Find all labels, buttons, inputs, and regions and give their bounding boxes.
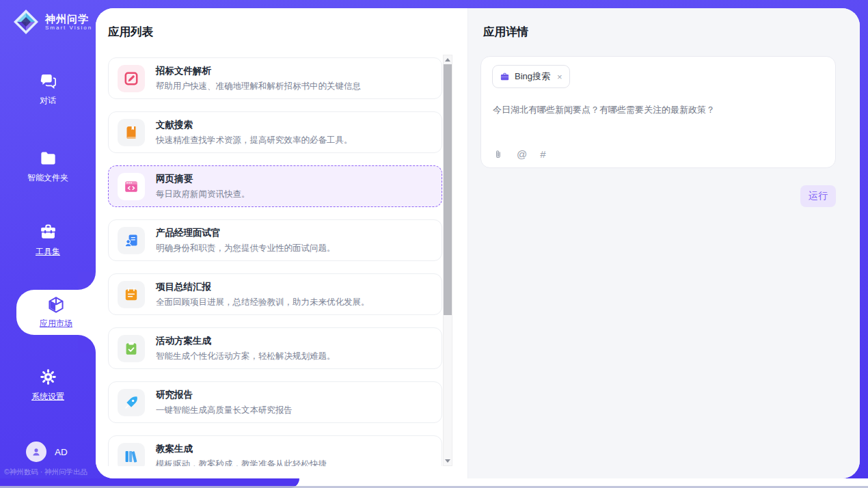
- report-note-icon: [123, 286, 139, 303]
- app-card-lesson-plan[interactable]: 教案生成 模板驱动，教案秒成，教学准备从此轻松快捷: [108, 435, 442, 466]
- app-description: 模板驱动，教案秒成，教学准备从此轻松快捷: [156, 459, 327, 467]
- app-name: 产品经理面试官: [156, 227, 336, 239]
- tool-tag-label: Bing搜索: [515, 70, 550, 83]
- app-icon-tile: [118, 443, 145, 467]
- app-description: 一键智能生成高质量长文本研究报告: [156, 405, 293, 416]
- sidebar-item-label: 对话: [40, 95, 56, 107]
- app-card-activity-plan[interactable]: 活动方案生成 智能生成个性化活动方案，轻松解决规划难题。: [108, 327, 442, 369]
- user-name: AD: [55, 447, 68, 457]
- app-card-project-summary[interactable]: 项目总结汇报 全面回顾项目进展，总结经验教训，助力未来优化发展。: [108, 273, 442, 315]
- app-description: 每日政府新闻资讯快查。: [156, 189, 250, 200]
- document-edit-icon: [123, 70, 139, 87]
- brand-logo: 神州问学 Smart Vision: [12, 8, 92, 36]
- sidebar-item-label: 系统设置: [31, 391, 64, 403]
- copyright-footer: ©神州数码 · 神州问学出品: [4, 467, 96, 477]
- tool-tag-bing-search[interactable]: Bing搜索 ×: [492, 65, 570, 88]
- scroll-down-icon[interactable]: [444, 457, 452, 465]
- app-name: 研究报告: [156, 389, 293, 401]
- gear-icon: [39, 368, 57, 386]
- app-list: 招标文件解析 帮助用户快速、准确地理解和解析招标书中的关键信息 文献搜索 快速精…: [108, 55, 442, 466]
- prompt-toolbar: @ #: [493, 148, 546, 160]
- app-description: 智能生成个性化活动方案，轻松解决规划难题。: [156, 351, 336, 362]
- scrollbar-thumb[interactable]: [444, 64, 452, 315]
- app-icon-tile: [118, 389, 145, 416]
- hash-icon[interactable]: #: [540, 148, 545, 160]
- mention-icon[interactable]: @: [517, 148, 527, 160]
- tool-tag-close-icon[interactable]: ×: [557, 72, 562, 81]
- app-name: 招标文件解析: [156, 65, 361, 77]
- brand-subtitle: Smart Vision: [45, 25, 92, 31]
- app-name: 教案生成: [156, 443, 327, 455]
- toolbox-icon: [39, 223, 57, 241]
- sidebar-item-label: 智能文件夹: [27, 172, 68, 184]
- interviewer-icon: [123, 232, 139, 249]
- sidebar-item-settings[interactable]: 系统设置: [0, 368, 96, 403]
- cube-icon: [46, 295, 66, 314]
- prompt-card: Bing搜索 × 今日湖北有哪些新闻要点？有哪些需要关注的最新政策？ @ #: [480, 56, 836, 168]
- avatar: [26, 442, 46, 462]
- app-detail-panel: 应用详情 Bing搜索 × 今日湖北有哪些新闻要点？有哪些需要关注的最新政策？ …: [467, 8, 860, 478]
- app-icon-tile: [118, 335, 145, 362]
- app-name: 网页摘要: [156, 173, 250, 185]
- app-name: 项目总结汇报: [156, 281, 370, 293]
- clipboard-check-icon: [123, 340, 139, 357]
- question-input[interactable]: 今日湖北有哪些新闻要点？有哪些需要关注的最新政策？: [493, 104, 824, 116]
- app-list-panel: 应用列表 招标文件解析 帮助用户快速、准确地理解和解析招标书中的关键信息: [96, 8, 467, 478]
- sidebar-item-chat[interactable]: 对话: [0, 72, 96, 107]
- books-icon: [123, 448, 139, 465]
- sidebar-item-toolset[interactable]: 工具集: [0, 223, 96, 258]
- scrollbar[interactable]: [443, 55, 452, 466]
- app-name: 活动方案生成: [156, 335, 336, 347]
- pill-curve-top: [78, 272, 96, 290]
- app-card-pm-interviewer[interactable]: 产品经理面试官 明确身份和职责，为您提供专业性的面试问题。: [108, 219, 442, 261]
- diamond-logo-icon: [12, 8, 40, 36]
- app-description: 明确身份和职责，为您提供专业性的面试问题。: [156, 243, 336, 254]
- chat-icon: [39, 72, 57, 90]
- app-icon-tile: [118, 65, 145, 92]
- app-description: 快速精准查找学术资源，提高研究效率的必备工具。: [156, 135, 353, 146]
- user-account[interactable]: AD: [26, 442, 68, 462]
- app-card-bid-document-analysis[interactable]: 招标文件解析 帮助用户快速、准确地理解和解析招标书中的关键信息: [108, 57, 442, 99]
- app-detail-title: 应用详情: [483, 25, 528, 40]
- app-icon-tile: [118, 227, 145, 254]
- run-button[interactable]: 运行: [800, 185, 836, 207]
- sidebar-item-app-market[interactable]: 应用市场: [16, 290, 96, 335]
- sidebar-item-label: 应用市场: [40, 318, 72, 329]
- book-icon: [123, 124, 139, 141]
- sidebar-item-smart-folder[interactable]: 智能文件夹: [0, 149, 96, 184]
- app-description: 全面回顾项目进展，总结经验教训，助力未来优化发展。: [156, 297, 370, 308]
- brand-name: 神州问学: [45, 13, 92, 25]
- sidebar: 神州问学 Smart Vision 对话 智能文件夹 工具集: [0, 0, 96, 488]
- briefcase-icon: [500, 72, 510, 82]
- app-icon-tile: [118, 281, 145, 308]
- scroll-up-icon[interactable]: [444, 55, 452, 64]
- sidebar-item-label: 工具集: [36, 246, 60, 258]
- app-card-research-report[interactable]: 研究报告 一键智能生成高质量长文本研究报告: [108, 381, 442, 423]
- app-icon-tile: [118, 119, 145, 146]
- app-card-literature-search[interactable]: 文献搜索 快速精准查找学术资源，提高研究效率的必备工具。: [108, 111, 442, 153]
- app-list-title: 应用列表: [108, 25, 153, 40]
- person-icon: [30, 446, 42, 458]
- folder-icon: [39, 149, 57, 167]
- app-name: 文献搜索: [156, 119, 353, 131]
- browser-code-icon: [123, 178, 139, 195]
- main-window: 应用列表 招标文件解析 帮助用户快速、准确地理解和解析招标书中的关键信息: [96, 8, 860, 478]
- app-description: 帮助用户快速、准确地理解和解析招标书中的关键信息: [156, 81, 361, 92]
- pill-curve-bottom: [78, 335, 96, 353]
- app-card-web-summary-selected[interactable]: 网页摘要 每日政府新闻资讯快查。: [108, 165, 442, 207]
- attachment-icon[interactable]: [493, 149, 504, 160]
- ink-pen-icon: [123, 394, 139, 411]
- app-icon-tile: [118, 173, 145, 200]
